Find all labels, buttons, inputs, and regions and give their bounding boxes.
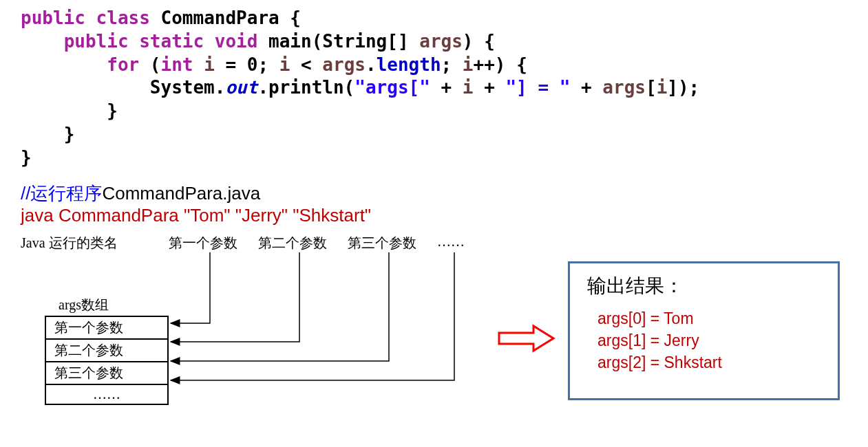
output-title: 输出结果： <box>587 273 821 299</box>
keyword-public2: public <box>64 31 129 52</box>
diagram-connectors <box>21 230 509 402</box>
keyword-public: public <box>21 8 85 28</box>
keyword-static: static <box>139 31 204 52</box>
java-code-block: public class CommandPara { public static… <box>21 7 847 170</box>
command-line: java CommandPara "Tom" "Jerry" "Shkstart… <box>21 205 847 226</box>
keyword-void: void <box>215 31 258 52</box>
output-line-3: args[2] = Shkstart <box>597 351 821 373</box>
comment-filename: CommandPara.java <box>102 183 260 204</box>
args-diagram: Java 运行的类名 第一个参数 第二个参数 第三个参数 …… args数组 第… <box>21 230 509 402</box>
arg-name: args <box>419 31 463 52</box>
output-arrow-icon <box>496 323 558 356</box>
comment-prefix: //运行程序 <box>21 183 102 204</box>
field-length: length <box>377 54 441 75</box>
keyword-class: class <box>96 8 150 28</box>
comment-line: //运行程序CommandPara.java <box>21 182 847 206</box>
svg-marker-1 <box>499 326 553 351</box>
keyword-int: int <box>161 54 193 75</box>
output-line-2: args[1] = Jerry <box>597 329 821 351</box>
output-result-box: 输出结果： args[0] = Tom args[1] = Jerry args… <box>568 261 840 400</box>
output-line-1: args[0] = Tom <box>597 307 821 329</box>
keyword-for: for <box>107 54 139 75</box>
method-name: main <box>268 31 312 52</box>
class-name: CommandPara <box>161 8 279 28</box>
